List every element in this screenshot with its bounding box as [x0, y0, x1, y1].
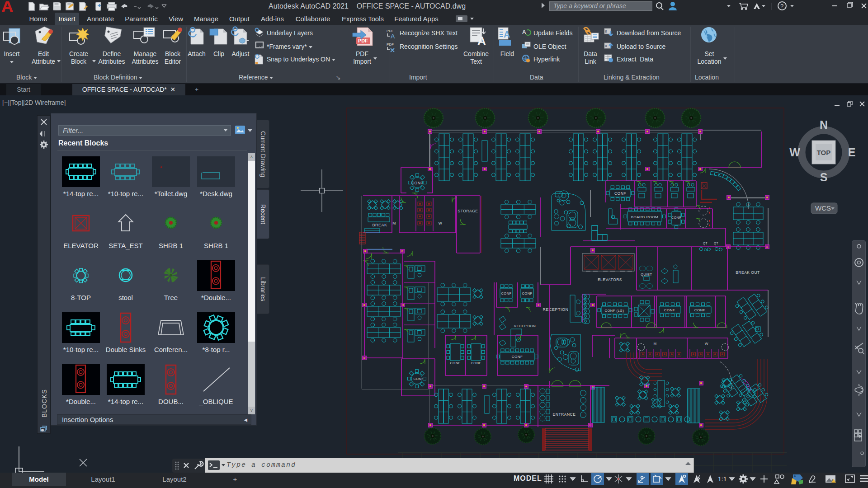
svg-text:WCS: WCS	[815, 204, 831, 212]
svg-text:CONF: CONF	[501, 291, 511, 296]
svg-text:TOP: TOP	[817, 149, 831, 156]
svg-text:QT: QT	[703, 242, 708, 245]
svg-text:RECEPTION: RECEPTION	[542, 307, 568, 312]
svg-text:BLOCKS: BLOCKS	[41, 389, 48, 418]
svg-text:N: N	[820, 118, 828, 131]
svg-text:CONF: CONF	[694, 308, 706, 312]
svg-text:S: S	[820, 171, 828, 183]
svg-text:M: M	[392, 221, 396, 225]
svg-text:ENTRANCE: ENTRANCE	[553, 412, 576, 417]
svg-text:PDF: PDF	[387, 42, 394, 47]
svg-text:W: W	[705, 342, 708, 346]
svg-text:CONF: CONF	[522, 291, 532, 296]
svg-text:QUIET: QUIET	[641, 272, 652, 277]
svg-text:CONF: CONF	[614, 191, 626, 196]
svg-text:?: ?	[780, 3, 783, 9]
svg-text:CONF (LG): CONF (LG)	[605, 309, 624, 313]
svg-text:LX: LX	[259, 46, 263, 49]
svg-text:BOARD ROOM: BOARD ROOM	[631, 215, 659, 219]
svg-text:CONF: CONF	[450, 361, 460, 365]
svg-text:STORAGE: STORAGE	[458, 209, 478, 213]
svg-text:8: 8	[605, 29, 607, 33]
svg-text:A: A	[504, 29, 510, 39]
svg-text:1:1: 1:1	[718, 475, 727, 483]
svg-text:E: E	[848, 146, 856, 159]
svg-text:W: W	[789, 146, 800, 159]
svg-text:A: A	[477, 34, 486, 47]
svg-text:W: W	[439, 221, 443, 225]
svg-text:CONF: CONF	[664, 308, 675, 312]
svg-text:QT: QT	[714, 242, 718, 245]
svg-text:CONF: CONF	[411, 181, 423, 185]
svg-text:CONF: CONF	[413, 377, 424, 381]
svg-text:8: 8	[605, 44, 607, 48]
svg-text:A: A	[391, 33, 395, 40]
svg-text:M: M	[653, 342, 656, 346]
svg-text:BREAK: BREAK	[372, 223, 387, 227]
svg-text:CONF: CONF	[471, 361, 481, 365]
svg-text:ELEVATORS: ELEVATORS	[598, 277, 622, 282]
svg-text:BREAK OUT: BREAK OUT	[736, 270, 760, 275]
svg-text:CONF: CONF	[671, 216, 681, 219]
svg-text:RECEPTION: RECEPTION	[514, 324, 536, 328]
svg-text:PDF: PDF	[358, 38, 368, 43]
svg-text:CONF: CONF	[512, 355, 523, 359]
